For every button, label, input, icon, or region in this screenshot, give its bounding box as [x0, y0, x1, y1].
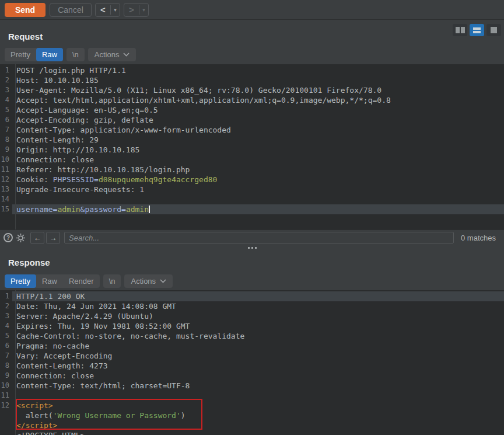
- code-line: 10Connection: close: [0, 155, 504, 165]
- request-actions-button[interactable]: Actions: [88, 48, 136, 61]
- line-number: 11: [0, 165, 12, 175]
- code-line: 11: [0, 391, 504, 401]
- line-number: 12: [0, 175, 12, 185]
- newline-toggle-pill: \n: [66, 48, 85, 61]
- history-forward-button[interactable]: > ▾: [124, 3, 149, 17]
- line-number: [0, 410, 12, 420]
- request-panel: Request Pretty Raw \n Actions: [0, 20, 504, 250]
- code-line: 5Cache-Control: no-store, no-cache, must…: [0, 331, 504, 341]
- tab-newline[interactable]: \n: [103, 274, 121, 288]
- panel-splitter-handle[interactable]: [0, 245, 504, 250]
- gear-icon[interactable]: [15, 232, 26, 243]
- send-button[interactable]: Send: [5, 3, 46, 17]
- code-line: 7Vary: Accept-Encoding: [0, 351, 504, 361]
- back-dropdown-icon[interactable]: ▾: [111, 7, 120, 13]
- line-number: 9: [0, 145, 12, 155]
- code-line: 15username=admin&password=admin: [0, 204, 504, 214]
- columns-icon: [461, 27, 465, 33]
- response-tabs: Pretty Raw Render \n Actions: [5, 274, 173, 288]
- gutter-divider: [15, 290, 16, 435]
- line-number: 11: [0, 391, 12, 401]
- code-line: 12Cookie: PHPSESSID=d08upquemehq9gte4acc…: [0, 175, 504, 185]
- line-number: 6: [0, 115, 12, 125]
- tab-pretty[interactable]: Pretty: [5, 48, 36, 61]
- code-line: 8Content-Length: 29: [0, 135, 504, 145]
- code-line: alert('Wrong Username or Password'): [0, 410, 504, 420]
- line-number: 6: [0, 341, 12, 351]
- history-back-button[interactable]: < ▾: [95, 3, 120, 17]
- line-number: 2: [0, 75, 12, 85]
- rows-icon: [473, 31, 481, 33]
- tab-render[interactable]: Render: [63, 274, 100, 288]
- line-number: 3: [0, 311, 12, 321]
- forward-dropdown-icon[interactable]: ▾: [139, 7, 148, 13]
- search-next-button[interactable]: →: [46, 232, 60, 244]
- request-panel-title: Request: [8, 32, 43, 41]
- tab-raw[interactable]: Raw: [36, 48, 63, 61]
- burp-repeater-window: Send Cancel < ▾ > ▾ Request: [0, 0, 504, 435]
- line-number: 4: [0, 321, 12, 331]
- code-line: 7Content-Type: application/x-www-form-ur…: [0, 125, 504, 135]
- layout-toggle-group: [453, 24, 501, 36]
- line-number: 10: [0, 381, 12, 391]
- code-line: 12<script>: [0, 401, 504, 410]
- layout-columns-button[interactable]: [453, 24, 467, 36]
- line-number: 1: [0, 291, 12, 301]
- repeater-toolbar: Send Cancel < ▾ > ▾: [0, 0, 504, 20]
- code-line: 11Referer: http://10.10.10.185/login.php: [0, 165, 504, 175]
- line-number: 2: [0, 301, 12, 311]
- code-line: 10Content-Type: text/html; charset=UTF-8: [0, 381, 504, 391]
- code-line: 3User-Agent: Mozilla/5.0 (X11; Linux x86…: [0, 85, 504, 95]
- splitter-dot-icon: [251, 247, 253, 249]
- columns-icon: [456, 27, 460, 33]
- code-line: 6Pragma: no-cache: [0, 341, 504, 351]
- code-line: 1HTTP/1.1 200 OK: [0, 291, 504, 301]
- cancel-button[interactable]: Cancel: [50, 3, 92, 17]
- layout-rows-button[interactable]: [470, 24, 484, 36]
- tab-pretty[interactable]: Pretty: [5, 274, 36, 288]
- chevron-down-icon: [160, 279, 166, 283]
- request-tabs: Pretty Raw \n Actions: [5, 48, 136, 61]
- help-icon[interactable]: ?: [4, 233, 13, 242]
- line-number: 4: [0, 95, 12, 105]
- line-number: 10: [0, 155, 12, 165]
- actions-label: Actions: [94, 48, 120, 61]
- tab-raw[interactable]: Raw: [36, 274, 63, 288]
- code-line: 5Accept-Language: en-US,en;q=0.5: [0, 105, 504, 115]
- code-line: 6Accept-Encoding: gzip, deflate: [0, 115, 504, 125]
- response-view-tab-group: Pretty Raw Render: [5, 274, 100, 288]
- response-actions-button[interactable]: Actions: [124, 274, 173, 288]
- code-line: 3Server: Apache/2.4.29 (Ubuntu): [0, 311, 504, 321]
- tab-newline[interactable]: \n: [66, 48, 85, 61]
- layout-single-button[interactable]: [487, 24, 501, 36]
- line-number: 8: [0, 135, 12, 145]
- single-pane-icon: [491, 27, 497, 33]
- line-number: 9: [0, 371, 12, 381]
- request-view-tab-group: Pretty Raw: [5, 48, 63, 61]
- response-editor[interactable]: 1HTTP/1.1 200 OK2Date: Thu, 24 Jun 2021 …: [0, 290, 504, 435]
- back-arrow-icon: <: [96, 5, 110, 15]
- line-number: 14: [0, 194, 12, 204]
- forward-arrow-icon: >: [124, 5, 139, 15]
- code-line: <!DOCTYPE HTML>: [0, 430, 504, 435]
- code-line: 4Expires: Thu, 19 Nov 1981 08:52:00 GMT: [0, 321, 504, 331]
- chevron-down-icon: [123, 53, 130, 57]
- code-line: 13Upgrade-Insecure-Requests: 1: [0, 185, 504, 194]
- code-line: 8Content-Length: 4273: [0, 361, 504, 371]
- text-cursor: [149, 206, 150, 213]
- response-panel-title: Response: [8, 257, 50, 267]
- search-input[interactable]: [64, 232, 454, 243]
- code-line: 9Origin: http://10.10.10.185: [0, 145, 504, 155]
- request-editor[interactable]: 1POST /login.php HTTP/1.12Host: 10.10.10…: [0, 64, 504, 229]
- search-previous-button[interactable]: ←: [30, 232, 44, 244]
- line-number: [0, 430, 12, 435]
- rows-icon: [473, 27, 481, 30]
- code-line: 4Accept: text/html,application/xhtml+xml…: [0, 95, 504, 105]
- code-line: 2Host: 10.10.10.185: [0, 75, 504, 85]
- line-number: 3: [0, 85, 12, 95]
- line-number: 5: [0, 331, 12, 341]
- line-number: 15: [0, 204, 12, 214]
- code-line: 2Date: Thu, 24 Jun 2021 14:08:08 GMT: [0, 301, 504, 311]
- line-number: 1: [0, 65, 12, 75]
- line-number: 7: [0, 125, 12, 135]
